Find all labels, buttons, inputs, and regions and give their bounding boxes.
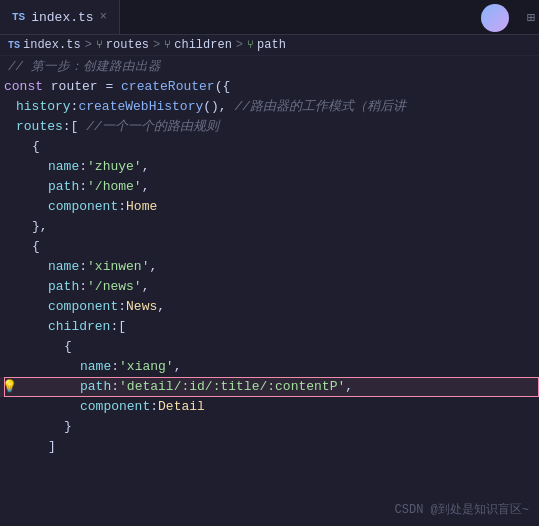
line-content-17: component:Detail: [0, 397, 539, 417]
code-line-16-highlighted: 💡 path:'detail/:id/:title/:contentP',: [0, 377, 539, 397]
line-content-6: path:'/home',: [0, 177, 539, 197]
code-line-1: const router = createRouter({: [0, 77, 539, 97]
lightbulb-icon: 💡: [2, 379, 17, 394]
line-content-14: {: [0, 337, 539, 357]
close-tab-button[interactable]: ×: [100, 10, 107, 24]
line-content-16: path:'detail/:id/:title/:contentP',: [0, 377, 539, 397]
active-tab[interactable]: TS index.ts ×: [0, 0, 120, 34]
comment-header-text: // 第一步：创建路由出器: [8, 60, 161, 74]
breadcrumb-children-label: children: [174, 38, 232, 52]
code-line-9: {: [0, 237, 539, 257]
code-line-5: name:'zhuye',: [0, 157, 539, 177]
ts-file-icon: TS: [12, 11, 25, 23]
code-line-12: component:News,: [0, 297, 539, 317]
user-avatar: [481, 4, 509, 32]
line-content-8: },: [0, 217, 539, 237]
line-content-18: }: [0, 417, 539, 437]
line-content-13: children:[: [0, 317, 539, 337]
breadcrumb: TS index.ts > ⑂ routes > ⑂ children > ⑂ …: [0, 35, 539, 56]
code-line-10: name:'xinwen',: [0, 257, 539, 277]
code-line-14: {: [0, 337, 539, 357]
code-editor[interactable]: const router = createRouter({ history:cr…: [0, 77, 539, 457]
ts-breadcrumb-icon: TS: [8, 40, 20, 51]
line-content-3: routes:[ //一个一个的路由规则: [0, 117, 539, 137]
line-content-15: name:'xiang',: [0, 357, 539, 377]
breadcrumb-path[interactable]: ⑂ path: [247, 38, 286, 52]
breadcrumb-routes-label: routes: [106, 38, 149, 52]
tab-bar: TS index.ts × ⊞: [0, 0, 539, 35]
children-icon: ⑂: [164, 39, 171, 51]
line-content-19: ]: [0, 437, 539, 457]
line-content-12: component:News,: [0, 297, 539, 317]
code-line-6: path:'/home',: [0, 177, 539, 197]
split-editor-icon[interactable]: ⊞: [527, 9, 535, 26]
line-content-4: {: [0, 137, 539, 157]
code-line-3: routes:[ //一个一个的路由规则: [0, 117, 539, 137]
breadcrumb-path-label: path: [257, 38, 286, 52]
code-line-19: ]: [0, 437, 539, 457]
breadcrumb-sep-1: >: [85, 38, 92, 52]
line-content-2: history:createWebHistory(), //路由器的工作模式（稍…: [0, 97, 539, 117]
code-line-2: history:createWebHistory(), //路由器的工作模式（稍…: [0, 97, 539, 117]
code-line-15: name:'xiang',: [0, 357, 539, 377]
code-line-17: component:Detail: [0, 397, 539, 417]
line-content-9: {: [0, 237, 539, 257]
code-line-8: },: [0, 217, 539, 237]
tab-filename: index.ts: [31, 10, 93, 25]
watermark-text: CSDN @到处是知识盲区~: [395, 503, 529, 517]
routes-icon: ⑂: [96, 39, 103, 51]
code-line-13: children:[: [0, 317, 539, 337]
breadcrumb-filename: index.ts: [23, 38, 81, 52]
path-icon: ⑂: [247, 39, 254, 51]
breadcrumb-sep-3: >: [236, 38, 243, 52]
code-line-18: }: [0, 417, 539, 437]
breadcrumb-routes[interactable]: ⑂ routes: [96, 38, 149, 52]
comment-header-line: // 第一步：创建路由出器: [0, 56, 539, 77]
line-content-1: const router = createRouter({: [0, 77, 539, 97]
code-line-7: component:Home: [0, 197, 539, 217]
code-line-11: path:'/news',: [0, 277, 539, 297]
line-content-10: name:'xinwen',: [0, 257, 539, 277]
breadcrumb-children[interactable]: ⑂ children: [164, 38, 232, 52]
watermark: CSDN @到处是知识盲区~: [395, 501, 529, 518]
breadcrumb-file[interactable]: TS index.ts: [8, 38, 81, 52]
line-content-11: path:'/news',: [0, 277, 539, 297]
line-content-5: name:'zhuye',: [0, 157, 539, 177]
line-content-7: component:Home: [0, 197, 539, 217]
breadcrumb-sep-2: >: [153, 38, 160, 52]
code-line-4: {: [0, 137, 539, 157]
